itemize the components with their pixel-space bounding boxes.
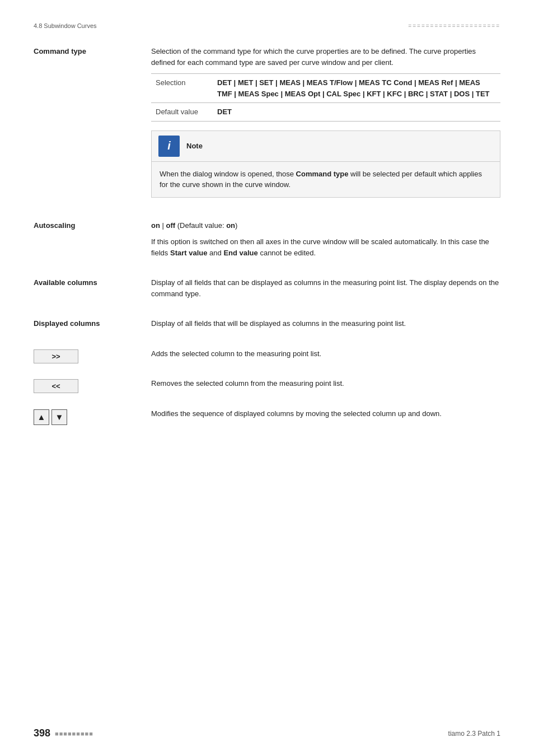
add-button-label-area: >> xyxy=(34,348,151,365)
remove-button-desc: Removes the selected column from the mea… xyxy=(151,378,500,395)
available-columns-description: Display of all fields that can be displa… xyxy=(151,277,500,299)
section-content-command-type: Selection of the command type for which … xyxy=(151,46,500,207)
add-button-desc: Adds the selected column to the measurin… xyxy=(151,348,500,365)
footer-page-number: 398 ■■■■■■■■■ xyxy=(34,727,93,739)
section-autoscaling: Autoscaling on | off (Default value: on)… xyxy=(34,220,500,264)
info-icon: i xyxy=(158,136,180,157)
footer-dots: ■■■■■■■■■ xyxy=(55,730,93,737)
add-column-button[interactable]: >> xyxy=(34,349,78,363)
table-cell-selection-value: DET | MET | SET | MEAS | MEAS T/Flow | M… xyxy=(213,74,500,103)
table-row-selection: Selection DET | MET | SET | MEAS | MEAS … xyxy=(151,74,500,103)
autoscaling-description: If this option is switched on then all a… xyxy=(151,236,500,258)
section-content-autoscaling: on | off (Default value: on) If this opt… xyxy=(151,220,500,264)
section-displayed-columns: Displayed columns Display of all fields … xyxy=(34,318,500,335)
header-section-title: 4.8 Subwindow Curves xyxy=(34,22,97,29)
move-up-button[interactable]: ▲ xyxy=(34,409,49,425)
table-cell-default-value: DET xyxy=(213,103,500,122)
remove-column-description: Removes the selected column from the mea… xyxy=(151,378,500,389)
header-dots: ===================== xyxy=(408,23,500,29)
section-available-columns: Available columns Display of all fields … xyxy=(34,277,500,305)
autoscaling-toggle: on | off (Default value: on) xyxy=(151,220,500,231)
note-title: Note xyxy=(186,142,203,150)
remove-column-button[interactable]: << xyxy=(34,379,78,393)
content-area: Command type Selection of the command ty… xyxy=(34,46,500,438)
add-column-description: Adds the selected column to the measurin… xyxy=(151,348,500,360)
move-button-desc: Modifies the sequence of displayed colum… xyxy=(151,408,500,425)
move-button-label-area: ▲ ▼ xyxy=(34,408,151,425)
section-move-buttons: ▲ ▼ Modifies the sequence of displayed c… xyxy=(34,408,500,425)
page-header: 4.8 Subwindow Curves ===================… xyxy=(34,22,500,29)
section-label-available-columns: Available columns xyxy=(34,277,151,305)
displayed-columns-description: Display of all fields that will be displ… xyxy=(151,318,500,329)
command-type-table: Selection DET | MET | SET | MEAS | MEAS … xyxy=(151,73,500,122)
section-label-autoscaling: Autoscaling xyxy=(34,220,151,264)
page: 4.8 Subwindow Curves ===================… xyxy=(0,0,534,756)
footer-brand: tiamo 2.3 Patch 1 xyxy=(448,730,500,738)
section-label-command-type: Command type xyxy=(34,46,151,207)
section-add-button: >> Adds the selected column to the measu… xyxy=(34,348,500,365)
note-body: When the dialog window is opened, those … xyxy=(152,162,500,197)
section-remove-button: << Removes the selected column from the … xyxy=(34,378,500,395)
remove-button-label-area: << xyxy=(34,378,151,395)
section-label-displayed-columns: Displayed columns xyxy=(34,318,151,335)
section-content-available-columns: Display of all fields that can be displa… xyxy=(151,277,500,305)
move-column-description: Modifies the sequence of displayed colum… xyxy=(151,408,500,419)
note-box: i Note When the dialog window is opened,… xyxy=(151,130,500,198)
table-row-default: Default value DET xyxy=(151,103,500,122)
table-cell-selection-label: Selection xyxy=(151,74,213,103)
note-header: i Note xyxy=(152,131,500,162)
section-command-type: Command type Selection of the command ty… xyxy=(34,46,500,207)
move-down-button[interactable]: ▼ xyxy=(51,409,67,425)
table-cell-default-label: Default value xyxy=(151,103,213,122)
page-footer: 398 ■■■■■■■■■ tiamo 2.3 Patch 1 xyxy=(34,727,500,739)
move-column-buttons: ▲ ▼ xyxy=(34,409,67,425)
page-number: 398 xyxy=(34,727,50,739)
command-type-intro: Selection of the command type for which … xyxy=(151,46,500,68)
section-content-displayed-columns: Display of all fields that will be displ… xyxy=(151,318,500,335)
